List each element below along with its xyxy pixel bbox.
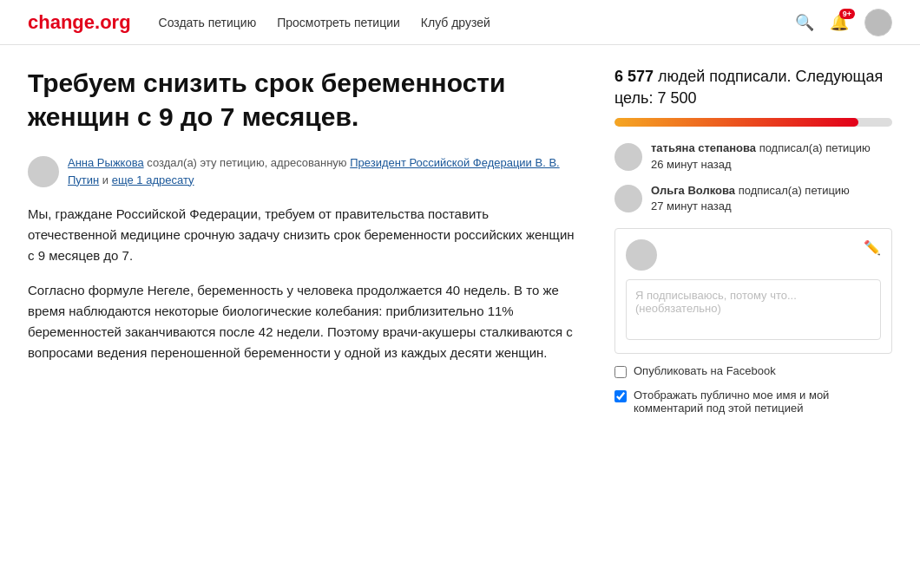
- author-text: Анна Рыжкова создал(а) эту петицию, адре…: [68, 154, 580, 188]
- signature-number: 6 577: [614, 68, 654, 85]
- signer-text: Ольга Волкова подписал(а) петицию 27 мин…: [651, 183, 850, 214]
- main-nav: Создать петицию Просмотреть петиции Клуб…: [159, 16, 767, 29]
- notification-button[interactable]: 🔔 9+: [830, 13, 849, 32]
- comment-user-avatar: [626, 239, 657, 271]
- public-checkbox[interactable]: [614, 390, 627, 402]
- comment-section: ✏️: [614, 228, 892, 354]
- main-container: Требуем снизить срок беременности женщин…: [0, 45, 920, 442]
- facebook-checkbox-label[interactable]: Опубликовать на Facebook: [634, 364, 776, 377]
- search-button[interactable]: 🔍: [795, 13, 814, 32]
- signer-time: 26 минут назад: [651, 158, 732, 171]
- nav-item-browse[interactable]: Просмотреть петиции: [277, 16, 400, 29]
- petition-title: Требуем снизить срок беременности женщин…: [28, 66, 580, 134]
- signature-count-block: 6 577 людей подписали. Следующая цель: 7…: [614, 66, 892, 109]
- nav-item-create[interactable]: Создать петицию: [159, 16, 257, 29]
- next-goal-number: 7 500: [657, 89, 696, 107]
- author-avatar: [28, 156, 59, 187]
- signer-avatar: [614, 185, 642, 212]
- signer-text: татьяна степанова подписал(а) петицию 26…: [651, 140, 871, 172]
- content-column: Требуем снизить срок беременности женщин…: [28, 66, 580, 415]
- signer-item: татьяна степанова подписал(а) петицию 26…: [614, 140, 892, 172]
- user-avatar[interactable]: [864, 9, 892, 36]
- notification-badge: 9+: [839, 9, 855, 19]
- comment-textarea[interactable]: [626, 279, 881, 340]
- petition-body: Мы, граждане Российской Федерации, требу…: [28, 204, 580, 363]
- signer-avatar: [614, 143, 642, 171]
- public-checkbox-label[interactable]: Отображать публично мое имя и мой коммен…: [634, 389, 892, 415]
- logo[interactable]: change.org: [28, 11, 131, 34]
- more-recipients-link[interactable]: еще 1 адресату: [112, 173, 194, 186]
- body-paragraph-1: Мы, граждане Российской Федерации, требу…: [28, 204, 580, 266]
- comment-header: ✏️: [626, 239, 881, 271]
- progress-bar-fill: [614, 118, 858, 127]
- facebook-checkbox[interactable]: [614, 366, 627, 378]
- header-icons: 🔍 🔔 9+: [795, 9, 892, 36]
- public-label-text: Отображать публично мое имя и мой коммен…: [634, 389, 829, 415]
- body-paragraph-2: Согласно формуле Негеле, беременность у …: [28, 280, 580, 363]
- nav-item-club[interactable]: Клуб друзей: [421, 16, 490, 29]
- signature-label: людей подписали.: [658, 68, 791, 85]
- signers-list: татьяна степанова подписал(а) петицию 26…: [614, 140, 892, 214]
- signer-name: татьяна степанова: [651, 141, 756, 154]
- author-name-link[interactable]: Анна Рыжкова: [68, 156, 144, 169]
- signer-name: Ольга Волкова: [651, 184, 735, 197]
- author-line: Анна Рыжкова создал(а) эту петицию, адре…: [28, 154, 580, 188]
- sidebar-column: 6 577 людей подписали. Следующая цель: 7…: [614, 66, 892, 415]
- search-icon: 🔍: [795, 14, 814, 31]
- public-checkbox-row: Отображать публично мое имя и мой коммен…: [614, 389, 892, 415]
- progress-bar-wrap: [614, 118, 892, 127]
- edit-icon[interactable]: ✏️: [864, 239, 881, 256]
- signer-item: Ольга Волкова подписал(а) петицию 27 мин…: [614, 183, 892, 214]
- signer-time: 27 минут назад: [651, 199, 732, 212]
- facebook-checkbox-row: Опубликовать на Facebook: [614, 364, 892, 378]
